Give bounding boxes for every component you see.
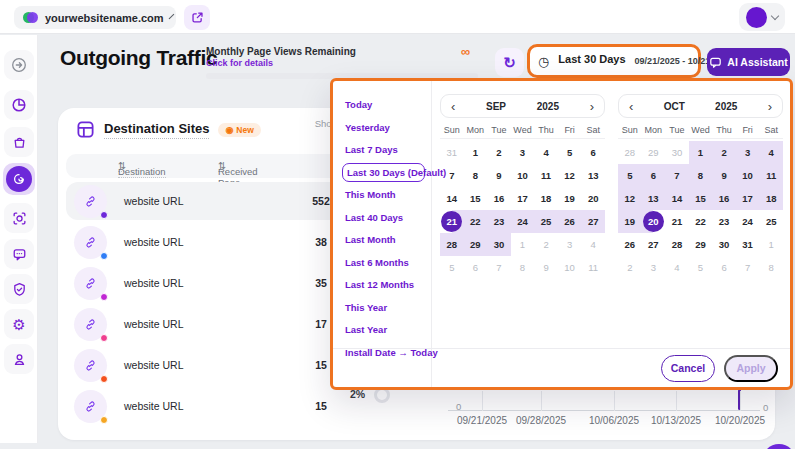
- day-cell-sep-26[interactable]: 26: [558, 210, 582, 233]
- day-cell-oct-1[interactable]: 1: [759, 233, 783, 256]
- day-cell-sep-3[interactable]: 3: [558, 233, 582, 256]
- day-cell-oct-19[interactable]: 19: [618, 210, 642, 233]
- day-cell-sep-25[interactable]: 25: [534, 210, 558, 233]
- day-cell-oct-2[interactable]: 2: [618, 256, 642, 279]
- table-row[interactable]: website URL38: [66, 223, 356, 261]
- day-cell-oct-14[interactable]: 14: [665, 187, 689, 210]
- preset-last-40-days[interactable]: Last 40 Days: [342, 208, 425, 227]
- preset-last-30-days-default[interactable]: Last 30 Days (Default): [342, 163, 425, 182]
- day-cell-oct-29[interactable]: 29: [689, 233, 713, 256]
- day-cell-sep-12[interactable]: 12: [558, 164, 582, 187]
- prev-month-icon[interactable]: ‹: [451, 100, 455, 113]
- quota-details-link[interactable]: Click for details: [206, 58, 478, 68]
- column-received-page-views[interactable]: Received Page Views (921) ⇅: [218, 160, 226, 172]
- sidebar-item-outgoing-traffic[interactable]: [3, 163, 35, 195]
- account-menu[interactable]: [739, 3, 785, 31]
- day-cell-oct-21[interactable]: 21: [665, 210, 689, 233]
- preset-last-7-days[interactable]: Last 7 Days: [342, 140, 425, 159]
- day-cell-oct-15[interactable]: 15: [689, 187, 713, 210]
- day-cell-sep-9[interactable]: 9: [487, 164, 511, 187]
- table-row[interactable]: website URL552: [66, 182, 356, 220]
- apply-button[interactable]: Apply: [724, 355, 778, 382]
- preset-last-6-months[interactable]: Last 6 Months: [342, 253, 425, 272]
- day-cell-oct-6[interactable]: 6: [642, 164, 666, 187]
- day-cell-sep-8[interactable]: 8: [464, 164, 488, 187]
- day-cell-oct-28[interactable]: 28: [665, 233, 689, 256]
- day-cell-sep-6[interactable]: 6: [581, 141, 605, 164]
- table-row[interactable]: website URL15: [66, 387, 356, 425]
- day-cell-sep-19[interactable]: 19: [558, 187, 582, 210]
- day-cell-oct-7[interactable]: 7: [736, 256, 760, 279]
- day-cell-sep-7[interactable]: 7: [440, 164, 464, 187]
- day-cell-sep-20[interactable]: 20: [581, 187, 605, 210]
- day-cell-oct-4[interactable]: 4: [665, 256, 689, 279]
- day-cell-sep-18[interactable]: 18: [534, 187, 558, 210]
- next-month-icon[interactable]: ›: [590, 100, 594, 113]
- day-cell-sep-6[interactable]: 6: [464, 256, 488, 279]
- day-cell-oct-29[interactable]: 29: [642, 141, 666, 164]
- sidebar-item-account[interactable]: [4, 344, 34, 374]
- day-cell-oct-9[interactable]: 9: [712, 164, 736, 187]
- day-cell-sep-7[interactable]: 7: [487, 256, 511, 279]
- day-cell-sep-3[interactable]: 3: [511, 141, 535, 164]
- day-cell-oct-7[interactable]: 7: [665, 164, 689, 187]
- day-cell-sep-27[interactable]: 27: [581, 210, 605, 233]
- day-cell-oct-16[interactable]: 16: [712, 187, 736, 210]
- day-cell-oct-13[interactable]: 13: [642, 187, 666, 210]
- day-cell-sep-8[interactable]: 8: [511, 256, 535, 279]
- day-cell-oct-18[interactable]: 18: [759, 187, 783, 210]
- day-cell-sep-10[interactable]: 10: [511, 164, 535, 187]
- day-cell-sep-1[interactable]: 1: [511, 233, 535, 256]
- day-cell-oct-31[interactable]: 31: [736, 233, 760, 256]
- day-cell-sep-24[interactable]: 24: [511, 210, 535, 233]
- table-row[interactable]: website URL17: [66, 305, 356, 343]
- day-cell-sep-30[interactable]: 30: [487, 233, 511, 256]
- day-cell-oct-30[interactable]: 30: [665, 141, 689, 164]
- prev-month-icon[interactable]: ‹: [629, 100, 633, 113]
- cancel-button[interactable]: Cancel: [661, 355, 715, 382]
- day-cell-sep-28[interactable]: 28: [440, 233, 464, 256]
- preset-last-month[interactable]: Last Month: [342, 230, 425, 249]
- day-cell-sep-15[interactable]: 15: [464, 187, 488, 210]
- day-cell-oct-5[interactable]: 5: [689, 256, 713, 279]
- sidebar-item-settings[interactable]: ⚙: [4, 309, 34, 339]
- day-cell-sep-17[interactable]: 17: [511, 187, 535, 210]
- day-cell-oct-8[interactable]: 8: [689, 164, 713, 187]
- day-cell-oct-28[interactable]: 28: [618, 141, 642, 164]
- day-cell-oct-11[interactable]: 11: [759, 164, 783, 187]
- day-cell-oct-30[interactable]: 30: [712, 233, 736, 256]
- table-row[interactable]: website URL15: [66, 346, 356, 384]
- day-cell-oct-23[interactable]: 23: [712, 210, 736, 233]
- preset-today[interactable]: Today: [342, 95, 425, 114]
- day-cell-sep-14[interactable]: 14: [440, 187, 464, 210]
- day-cell-oct-3[interactable]: 3: [642, 256, 666, 279]
- next-month-icon[interactable]: ›: [768, 100, 772, 113]
- sidebar-item-protection[interactable]: [4, 274, 34, 304]
- table-row[interactable]: website URL35: [66, 264, 356, 302]
- day-cell-sep-9[interactable]: 9: [534, 256, 558, 279]
- day-cell-sep-16[interactable]: 16: [487, 187, 511, 210]
- day-cell-sep-31[interactable]: 31: [440, 141, 464, 164]
- day-cell-sep-5[interactable]: 5: [558, 141, 582, 164]
- day-cell-sep-23[interactable]: 23: [487, 210, 511, 233]
- floating-action-button[interactable]: [762, 444, 795, 449]
- sidebar-item-analytics[interactable]: [4, 90, 34, 120]
- day-cell-oct-17[interactable]: 17: [736, 187, 760, 210]
- day-cell-sep-2[interactable]: 2: [534, 233, 558, 256]
- day-cell-oct-2[interactable]: 2: [712, 141, 736, 164]
- preset-this-month[interactable]: This Month: [342, 185, 425, 204]
- refresh-button[interactable]: ↻: [495, 48, 524, 77]
- day-cell-sep-11[interactable]: 11: [581, 256, 605, 279]
- day-cell-oct-6[interactable]: 6: [712, 256, 736, 279]
- day-cell-oct-4[interactable]: 4: [759, 141, 783, 164]
- day-cell-sep-11[interactable]: 11: [534, 164, 558, 187]
- date-range-button[interactable]: ◷ Last 30 Days 09/21/2025 - 10/21/2025: [527, 44, 701, 78]
- preset-this-year[interactable]: This Year: [342, 298, 425, 317]
- column-destination[interactable]: Destination ⇅: [118, 160, 126, 172]
- open-site-button[interactable]: [184, 5, 210, 30]
- quota-widget[interactable]: Monthly Page Views Remaining ∞ Click for…: [206, 46, 478, 79]
- sidebar-item-messages[interactable]: [4, 239, 34, 269]
- day-cell-sep-5[interactable]: 5: [440, 256, 464, 279]
- day-cell-sep-10[interactable]: 10: [558, 256, 582, 279]
- day-cell-oct-8[interactable]: 8: [759, 256, 783, 279]
